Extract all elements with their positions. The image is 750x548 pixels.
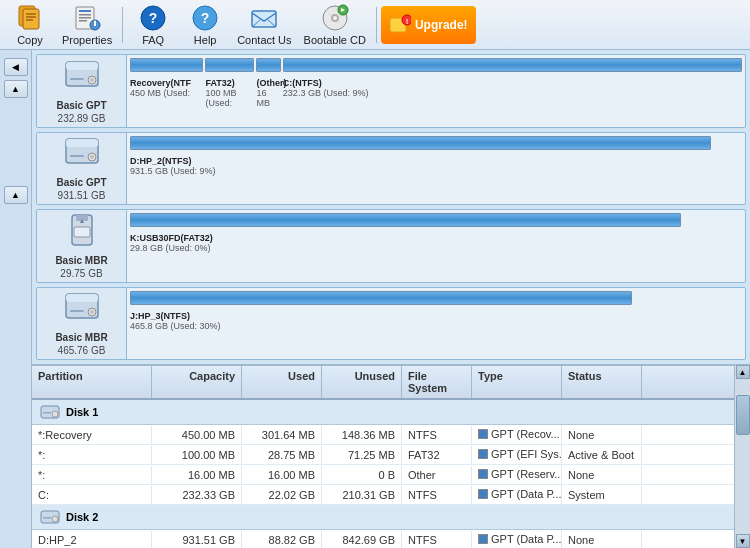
- disk-panel-2[interactable]: Basic GPT 931.51 GB D:HP_2(NTFS) 931.5 G…: [36, 132, 746, 206]
- part-label-k: K:USB30FD(FAT32) 29.8 GB (Used: 0%): [130, 233, 742, 253]
- header-partition: Partition: [32, 366, 152, 398]
- separator-2: [376, 7, 377, 43]
- bootable-button[interactable]: Bootable CD: [298, 2, 372, 48]
- cell-partition-c: C:: [32, 486, 152, 504]
- disk-1-partitions: Recovery(NTF 450 MB (Used: FAT32) 100 MB…: [127, 55, 745, 127]
- cell-capacity-efi: 100.00 MB: [152, 446, 242, 464]
- disk-4-label: Basic MBR: [55, 332, 107, 343]
- svg-text:!: !: [406, 17, 409, 26]
- copy-button[interactable]: Copy: [4, 2, 56, 48]
- part-label-d: D:HP_2(NTFS) 931.5 GB (Used: 9%): [130, 156, 742, 176]
- cell-capacity-c: 232.33 GB: [152, 486, 242, 504]
- part-label-c: C:(NTFS) 232.3 GB (Used: 9%): [283, 78, 742, 108]
- properties-button[interactable]: Properties: [56, 2, 118, 48]
- collapse-arrow-1[interactable]: ◀: [4, 58, 28, 76]
- disk-4-info: Basic MBR 465.76 GB: [37, 288, 127, 360]
- cell-unused-d: 842.69 GB: [322, 531, 402, 549]
- cell-partition-efi: *:: [32, 446, 152, 464]
- header-capacity: Capacity: [152, 366, 242, 398]
- svg-point-44: [90, 310, 94, 314]
- partition-table: Partition Capacity Used Unused File Syst…: [32, 365, 734, 548]
- header-unused: Unused: [322, 366, 402, 398]
- part-label-j: J:HP_3(NTFS) 465.8 GB (Used: 30%): [130, 311, 742, 331]
- cell-capacity-d: 931.51 GB: [152, 531, 242, 549]
- part-bar-k: [130, 213, 681, 227]
- expand-arrow-1[interactable]: ▲: [4, 80, 28, 98]
- svg-point-12: [94, 20, 96, 22]
- cell-used-recovery: 301.64 MB: [242, 426, 322, 444]
- disk-2-group-label: Disk 2: [66, 511, 98, 523]
- upgrade-icon: !: [389, 14, 411, 36]
- disk-panel-1[interactable]: Basic GPT 232.89 GB: [36, 54, 746, 128]
- svg-rect-32: [70, 78, 84, 80]
- svg-rect-8: [79, 17, 91, 19]
- scroll-thumb[interactable]: [736, 395, 750, 435]
- bootable-label: Bootable CD: [304, 34, 366, 46]
- disk-1-info: Basic GPT 232.89 GB: [37, 55, 127, 127]
- copy-label: Copy: [17, 34, 43, 46]
- disk-2-label: Basic GPT: [56, 177, 106, 188]
- properties-icon: [71, 4, 103, 32]
- disk-3-icon: [62, 213, 102, 253]
- cell-fs-recovery: NTFS: [402, 426, 472, 444]
- help-label: Help: [194, 34, 217, 46]
- disk-panel-4[interactable]: Basic MBR 465.76 GB J:HP_3(NTFS) 465.8 G…: [36, 287, 746, 361]
- svg-rect-40: [74, 227, 90, 237]
- table-row-recovery[interactable]: *:Recovery 450.00 MB 301.64 MB 148.36 MB…: [32, 425, 734, 445]
- expand-arrow-2[interactable]: ▲: [4, 186, 28, 204]
- disk-1-table-icon: [40, 404, 60, 420]
- cell-used-c: 22.02 GB: [242, 486, 322, 504]
- cell-unused-recovery: 148.36 MB: [322, 426, 402, 444]
- cell-type-reserved: GPT (Reserv...: [472, 465, 562, 484]
- svg-rect-42: [66, 294, 98, 302]
- svg-point-22: [333, 16, 337, 20]
- table-row-reserved[interactable]: *: 16.00 MB 16.00 MB 0 B Other GPT (Rese…: [32, 465, 734, 485]
- main-container: ◀ ▲ ▲: [0, 50, 750, 548]
- disk-2-partitions: D:HP_2(NTFS) 931.5 GB (Used: 9%): [127, 133, 745, 205]
- disk-2-table-icon: [40, 509, 60, 525]
- disk-1-group-label: Disk 1: [66, 406, 98, 418]
- faq-label: FAQ: [142, 34, 164, 46]
- disk-1-label: Basic GPT: [56, 100, 106, 111]
- part-bar-c: [283, 58, 742, 72]
- table-container: Partition Capacity Used Unused File Syst…: [32, 365, 750, 548]
- cell-fs-c: NTFS: [402, 486, 472, 504]
- cell-fs-efi: FAT32: [402, 446, 472, 464]
- disk-group-2-header: Disk 2: [32, 505, 734, 530]
- cell-partition-reserved: *:: [32, 466, 152, 484]
- contact-label: Contact Us: [237, 34, 291, 46]
- faq-icon: ?: [137, 4, 169, 32]
- cell-type-recovery: GPT (Recov...: [472, 425, 562, 444]
- toolbar: Copy Properties ? FAQ: [0, 0, 750, 50]
- table-row-efi[interactable]: *: 100.00 MB 28.75 MB 71.25 MB FAT32 GPT…: [32, 445, 734, 465]
- cell-unused-c: 210.31 GB: [322, 486, 402, 504]
- upgrade-button[interactable]: ! Upgrade!: [381, 6, 476, 44]
- svg-rect-29: [66, 62, 98, 70]
- disk-panel-3[interactable]: Basic MBR 29.75 GB K:USB30FD(FAT32) 29.8…: [36, 209, 746, 283]
- part-bar-other: [256, 58, 280, 72]
- table-row-c[interactable]: C: 232.33 GB 22.02 GB 210.31 GB NTFS GPT…: [32, 485, 734, 505]
- cell-unused-reserved: 0 B: [322, 466, 402, 484]
- bootable-icon: [319, 4, 351, 32]
- help-button[interactable]: ? Help: [179, 2, 231, 48]
- scroll-up-arrow[interactable]: ▲: [736, 365, 750, 379]
- contact-button[interactable]: Contact Us: [231, 2, 297, 48]
- svg-rect-45: [70, 310, 84, 312]
- svg-rect-51: [43, 517, 51, 519]
- faq-button[interactable]: ? FAQ: [127, 2, 179, 48]
- upgrade-label: Upgrade!: [415, 18, 468, 32]
- scroll-down-arrow[interactable]: ▼: [736, 534, 750, 548]
- disk-1-size: 232.89 GB: [58, 113, 106, 124]
- disk-group-1-header: Disk 1: [32, 400, 734, 425]
- svg-rect-48: [43, 412, 51, 414]
- disk-3-partitions: K:USB30FD(FAT32) 29.8 GB (Used: 0%): [127, 210, 745, 282]
- separator-1: [122, 7, 123, 43]
- contact-icon: [248, 4, 280, 32]
- part-bar-j: [130, 291, 632, 305]
- disk-1-icon: [62, 58, 102, 98]
- header-used: Used: [242, 366, 322, 398]
- table-row-d[interactable]: D:HP_2 931.51 GB 88.82 GB 842.69 GB NTFS…: [32, 530, 734, 548]
- disk-2-icon: [62, 135, 102, 175]
- part-bar-recovery: [130, 58, 203, 72]
- disk-3-label: Basic MBR: [55, 255, 107, 266]
